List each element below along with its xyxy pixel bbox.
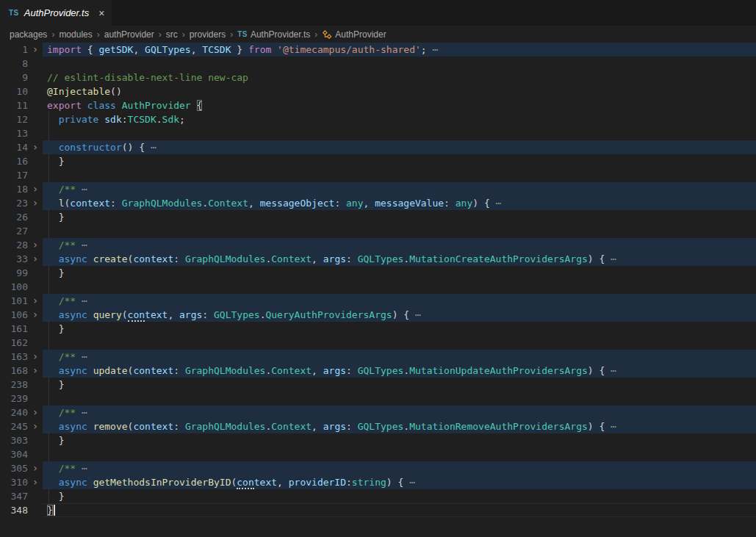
breadcrumb-item-symbol[interactable]: AuthProvider bbox=[322, 29, 386, 40]
fold-chevron-icon[interactable]: › bbox=[28, 252, 43, 266]
gutter-spacer bbox=[28, 336, 43, 350]
fold-chevron-icon[interactable]: › bbox=[28, 308, 43, 322]
fold-chevron-icon[interactable]: › bbox=[28, 294, 43, 308]
code-line-content[interactable]: } bbox=[43, 266, 756, 280]
code-line-content[interactable]: } bbox=[43, 210, 756, 224]
code-line-245: 245› async remove(context: GraphQLModule… bbox=[0, 419, 756, 433]
line-number: 348 bbox=[0, 503, 28, 517]
code-line-content[interactable]: async remove(context: GraphQLModules.Con… bbox=[43, 419, 756, 433]
code-token: getMethodsInProviderByID bbox=[93, 477, 231, 488]
code-token: } bbox=[47, 156, 64, 167]
code-token: : bbox=[346, 253, 358, 264]
code-token: GraphQLModules bbox=[122, 198, 203, 209]
code-line-238: 238 } bbox=[0, 378, 756, 392]
code-token: : bbox=[173, 421, 185, 432]
code-line-content[interactable] bbox=[43, 57, 756, 71]
code-token: update bbox=[93, 365, 128, 376]
code-line-content[interactable]: export class AuthProvider { bbox=[43, 98, 756, 112]
code-line-content[interactable]: l(context: GraphQLModules.Context, messa… bbox=[43, 196, 756, 210]
code-token: , bbox=[312, 365, 323, 376]
gutter-spacer bbox=[28, 126, 43, 140]
code-line-content[interactable] bbox=[43, 280, 756, 294]
code-line-content[interactable]: constructor() { ⋯ bbox=[43, 140, 756, 154]
code-line-content[interactable]: async getMethodsInProviderByID(context, … bbox=[43, 475, 756, 489]
code-line-content[interactable]: } bbox=[43, 154, 756, 168]
code-line-content[interactable] bbox=[43, 336, 756, 350]
tab-authprovider[interactable]: TS AuthProvider.ts × bbox=[0, 0, 112, 26]
code-line-content[interactable]: async query(context, args: GQLTypes.Quer… bbox=[43, 308, 756, 322]
fold-chevron-icon[interactable]: › bbox=[28, 406, 43, 419]
code-line-content[interactable]: } bbox=[43, 322, 756, 336]
code-line-content[interactable] bbox=[43, 224, 756, 238]
code-line-content[interactable]: /** ⋯ bbox=[43, 406, 756, 419]
breadcrumb-item-authProvider[interactable]: authProvider bbox=[104, 29, 154, 40]
breadcrumb: packages›modules›authProvider›src›provid… bbox=[0, 26, 756, 43]
tab-title: AuthProvider.ts bbox=[24, 7, 89, 18]
fold-chevron-icon[interactable]: › bbox=[28, 196, 43, 210]
close-icon[interactable]: × bbox=[98, 8, 104, 18]
fold-chevron-icon[interactable]: › bbox=[28, 419, 43, 433]
breadcrumb-item-src[interactable]: src bbox=[166, 29, 178, 40]
code-token: . bbox=[156, 114, 162, 125]
code-line-content[interactable]: import { getSDK, GQLTypes, TCSDK } from … bbox=[43, 43, 756, 57]
code-token: async bbox=[47, 421, 93, 432]
code-line-content[interactable] bbox=[43, 126, 756, 140]
code-token: ⋯ bbox=[76, 239, 87, 251]
breadcrumb-item-providers[interactable]: providers bbox=[190, 29, 226, 40]
code-line-content[interactable]: } bbox=[43, 433, 756, 447]
code-token: Context bbox=[271, 421, 312, 432]
tab-bar: TS AuthProvider.ts × bbox=[0, 0, 756, 26]
code-token: : bbox=[122, 114, 128, 125]
fold-chevron-icon[interactable]: › bbox=[28, 364, 43, 378]
breadcrumb-item-file[interactable]: TSAuthProvider.ts bbox=[237, 29, 310, 40]
code-token: GQLTypes bbox=[214, 309, 260, 320]
line-number: 12 bbox=[0, 112, 28, 126]
fold-chevron-icon[interactable]: › bbox=[28, 475, 43, 489]
code-line-content[interactable] bbox=[43, 168, 756, 182]
code-line-content[interactable]: /** ⋯ bbox=[43, 350, 756, 364]
code-line-content[interactable]: // eslint-disable-next-line new-cap bbox=[43, 71, 756, 84]
code-line-304: 304 bbox=[0, 447, 756, 461]
code-line-content[interactable]: async update(context: GraphQLModules.Con… bbox=[43, 364, 756, 378]
code-line-content[interactable] bbox=[43, 447, 756, 461]
code-line-content[interactable]: } bbox=[43, 378, 756, 392]
breadcrumb-separator-icon: › bbox=[314, 29, 317, 40]
code-token: async bbox=[47, 309, 93, 320]
line-number: 13 bbox=[0, 126, 28, 140]
code-line-content[interactable]: /** ⋯ bbox=[43, 294, 756, 308]
fold-chevron-icon[interactable]: › bbox=[28, 461, 43, 475]
code-token: con bbox=[128, 309, 145, 322]
code-line-content[interactable]: } bbox=[43, 489, 756, 503]
breadcrumb-item-modules[interactable]: modules bbox=[59, 29, 92, 40]
code-line-content[interactable]: /** ⋯ bbox=[43, 461, 756, 475]
fold-chevron-icon[interactable]: › bbox=[28, 182, 43, 196]
code-line-content[interactable]: } bbox=[43, 503, 756, 517]
fold-chevron-icon[interactable]: › bbox=[28, 43, 43, 57]
fold-chevron-icon[interactable]: › bbox=[28, 350, 43, 364]
code-line-content[interactable]: /** ⋯ bbox=[43, 238, 756, 252]
line-number: 310 bbox=[0, 475, 28, 489]
code-line-content[interactable] bbox=[43, 392, 756, 406]
code-token: messageValue bbox=[375, 198, 444, 209]
line-number: 239 bbox=[0, 392, 28, 406]
line-number: 99 bbox=[0, 266, 28, 280]
code-token: from bbox=[248, 44, 271, 55]
breadcrumb-separator-icon: › bbox=[182, 29, 185, 40]
fold-chevron-icon[interactable]: › bbox=[28, 140, 43, 154]
gutter-spacer bbox=[28, 224, 43, 238]
code-token: ⋯ bbox=[427, 44, 439, 55]
code-token: ⋯ bbox=[76, 351, 87, 362]
code-line-content[interactable]: private sdk:TCSDK.Sdk; bbox=[43, 112, 756, 126]
code-token: /** bbox=[47, 184, 76, 195]
code-token: /** bbox=[47, 407, 76, 418]
breadcrumb-item-packages[interactable]: packages bbox=[10, 29, 47, 40]
code-line-content[interactable]: async create(context: GraphQLModules.Con… bbox=[43, 252, 756, 266]
line-number: 245 bbox=[0, 419, 28, 433]
gutter-spacer bbox=[28, 280, 43, 294]
code-line-content[interactable]: @Injectable() bbox=[43, 84, 756, 98]
code-line-content[interactable]: /** ⋯ bbox=[43, 182, 756, 196]
code-token: ⋯ bbox=[490, 198, 502, 209]
fold-chevron-icon[interactable]: › bbox=[28, 238, 43, 252]
gutter-spacer bbox=[28, 168, 43, 182]
code-token: ( bbox=[122, 309, 128, 320]
